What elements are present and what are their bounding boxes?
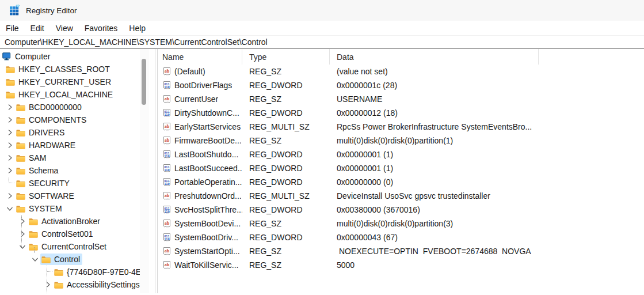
tree-item-partial[interactable] xyxy=(0,291,155,293)
tree-item-currentcontrolset[interactable]: CurrentControlSet xyxy=(0,240,155,253)
folder-icon xyxy=(29,217,39,225)
value-name: DirtyShutdownC... xyxy=(174,108,239,118)
tree-item-software[interactable]: SOFTWARE xyxy=(0,190,155,202)
column-header-name[interactable]: Name xyxy=(158,49,242,65)
menu-edit[interactable]: Edit xyxy=(25,21,50,35)
tree-item-content: ActivationBroker xyxy=(28,215,102,227)
reg-sz-icon: ab xyxy=(162,94,172,104)
column-header-extra xyxy=(539,49,644,65)
value-name-cell: abSystemBootDevi... xyxy=(158,219,242,228)
address-bar xyxy=(0,36,644,49)
tree-item-computer[interactable]: Computer xyxy=(0,50,155,63)
values-table-header: Name Type Data xyxy=(158,49,644,65)
tree-item-hkey-classes-root[interactable]: HKEY_CLASSES_ROOT xyxy=(0,63,155,75)
tree-item-label: DRIVERS xyxy=(29,128,64,137)
tree-item-bcd00000000[interactable]: BCD00000000 xyxy=(0,101,155,114)
tree-item-control[interactable]: Control xyxy=(0,253,155,266)
chevron-down-icon[interactable] xyxy=(5,202,15,215)
chevron-right-icon[interactable] xyxy=(5,164,15,177)
folder-icon xyxy=(16,141,26,149)
tree-item-label: Computer xyxy=(15,52,50,61)
value-name-cell: 011110LastBootSucceed... xyxy=(158,164,242,173)
chevron-down-icon[interactable] xyxy=(17,240,28,253)
tree-scrollbar-thumb[interactable] xyxy=(142,59,146,105)
value-data: NOEXECUTE=OPTIN FVEBOOT=2674688 NOVGA xyxy=(330,247,539,256)
column-header-data[interactable]: Data xyxy=(330,49,539,65)
tree-item-system[interactable]: SYSTEM xyxy=(0,202,155,215)
tree-item-label: AccessibilitySettings xyxy=(67,280,140,289)
tree-item-sam[interactable]: SAM xyxy=(0,152,155,164)
folder-icon xyxy=(16,154,26,162)
tree-item-7746d80f-97e0-4e2[interactable]: {7746D80F-97E0-4E2 xyxy=(0,266,155,278)
svg-text:110: 110 xyxy=(164,85,170,89)
value-type: REG_SZ xyxy=(242,219,330,228)
chevron-right-icon[interactable] xyxy=(5,101,15,114)
tree-item-content: SYSTEM xyxy=(15,203,64,214)
table-row[interactable]: 011110PortableOperatin...REG_DWORD0x0000… xyxy=(158,175,644,189)
chevron-right-icon[interactable] xyxy=(17,228,28,240)
values-table-body: ab(Default)REG_SZ(value not set)011110Bo… xyxy=(158,65,644,272)
value-type: REG_SZ xyxy=(242,67,330,76)
value-data: 0x00000043 (67) xyxy=(330,233,539,242)
folder-icon xyxy=(29,230,39,238)
tree-item-schema[interactable]: Schema xyxy=(0,164,155,177)
tree-item-drivers[interactable]: DRIVERS xyxy=(0,126,155,139)
reg-sz-icon: ab xyxy=(162,260,172,270)
table-row[interactable]: 011110DirtyShutdownC...REG_DWORD0x000000… xyxy=(158,106,644,120)
tree-item-hkey-current-user[interactable]: HKEY_CURRENT_USER xyxy=(0,75,155,88)
chevron-right-icon[interactable] xyxy=(5,190,15,202)
tree-item-accessibilitysettings[interactable]: AccessibilitySettings xyxy=(0,278,155,291)
tree-item-activationbroker[interactable]: ActivationBroker xyxy=(0,215,155,228)
table-row[interactable]: abWaitToKillServic...REG_SZ5000 xyxy=(158,258,644,272)
menu-help[interactable]: Help xyxy=(123,21,151,35)
table-row[interactable]: abSystemStartOpti...REG_SZ NOEXECUTE=OPT… xyxy=(158,244,644,258)
column-header-type[interactable]: Type xyxy=(242,49,330,65)
chevron-right-icon[interactable] xyxy=(5,126,15,139)
value-data: 0x00000012 (18) xyxy=(330,108,539,118)
value-data: multi(0)disk(0)rdisk(0)partition(3) xyxy=(330,219,539,228)
table-row[interactable]: ab(Default)REG_SZ(value not set) xyxy=(158,65,644,78)
svg-text:110: 110 xyxy=(164,113,170,116)
chevron-down-icon[interactable] xyxy=(30,253,40,266)
tree-item-security[interactable]: SECURITY xyxy=(0,177,155,190)
value-data: 5000 xyxy=(330,260,539,270)
svg-text:ab: ab xyxy=(165,248,170,254)
address-bar-input[interactable] xyxy=(0,36,644,48)
tree-item-label: CurrentControlSet xyxy=(41,242,106,251)
menu-view[interactable]: View xyxy=(50,21,79,35)
folder-icon xyxy=(6,65,16,73)
tree-item-label: HKEY_CURRENT_USER xyxy=(18,77,111,86)
tree-item-controlset001[interactable]: ControlSet001 xyxy=(0,228,155,240)
chevron-right-icon[interactable] xyxy=(5,152,15,164)
tree-item-hkey-local-machine[interactable]: HKEY_LOCAL_MACHINE xyxy=(0,88,155,101)
chevron-right-icon[interactable] xyxy=(43,278,53,291)
table-row[interactable]: 011110LastBootSucceed...REG_DWORD0x00000… xyxy=(158,161,644,175)
value-type: REG_MULTI_SZ xyxy=(242,191,330,201)
chevron-right-icon[interactable] xyxy=(5,114,15,126)
table-row[interactable]: 011110SvcHostSplitThre...REG_DWORD0x0038… xyxy=(158,203,644,217)
menu-favorites[interactable]: Favorites xyxy=(79,21,124,35)
tree-item-hardware[interactable]: HARDWARE xyxy=(0,139,155,152)
svg-text:ab: ab xyxy=(165,124,170,129)
table-row[interactable]: 011110SystemBootDriv...REG_DWORD0x000000… xyxy=(158,230,644,244)
value-data: (value not set) xyxy=(330,67,539,76)
svg-text:ab: ab xyxy=(165,138,170,143)
tree-item-content: COMPONENTS xyxy=(15,114,89,126)
table-row[interactable]: 011110LastBootShutdo...REG_DWORD0x000000… xyxy=(158,148,644,161)
value-type: REG_SZ xyxy=(242,136,330,145)
chevron-right-icon[interactable] xyxy=(17,215,28,228)
table-row[interactable]: 011110BootDriverFlagsREG_DWORD0x0000001c… xyxy=(158,78,644,92)
table-row[interactable]: abEarlyStartServicesREG_MULTI_SZRpcSs Po… xyxy=(158,120,644,134)
menu-file[interactable]: File xyxy=(0,21,25,35)
value-name-cell: 011110PortableOperatin... xyxy=(158,177,242,187)
tree-item-components[interactable]: COMPONENTS xyxy=(0,114,155,126)
chevron-right-icon[interactable] xyxy=(5,139,15,152)
table-row[interactable]: abPreshutdownOrd...REG_MULTI_SZDeviceIns… xyxy=(158,189,644,203)
table-row[interactable]: abSystemBootDevi...REG_SZmulti(0)disk(0)… xyxy=(158,217,644,230)
tree-guide-line xyxy=(34,247,35,253)
value-name: LastBootShutdo... xyxy=(174,150,238,159)
reg-sz-icon: ab xyxy=(162,136,172,145)
value-name-cell: 011110SvcHostSplitThre... xyxy=(158,205,242,214)
table-row[interactable]: abCurrentUserREG_SZUSERNAME xyxy=(158,92,644,106)
table-row[interactable]: abFirmwareBootDe...REG_SZmulti(0)disk(0)… xyxy=(158,134,644,148)
